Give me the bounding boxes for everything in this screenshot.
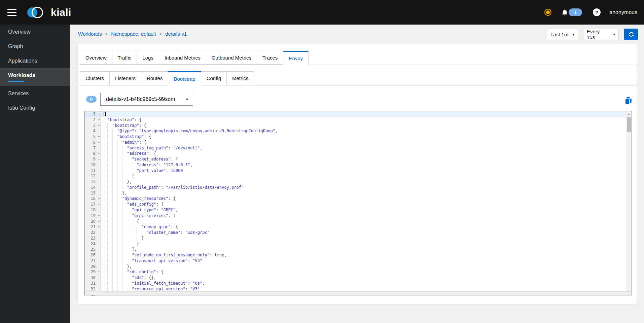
sidebar-item-applications[interactable]: Applications: [0, 53, 70, 68]
code-line[interactable]: "profile_path": "/var/lib/istio/data/env…: [101, 185, 626, 190]
code-line[interactable]: "bootstrap": {: [101, 123, 626, 129]
code-line[interactable]: "resource_api_version": "V3": [101, 286, 626, 291]
fold-caret-icon[interactable]: ▾: [98, 196, 100, 202]
fold-caret-icon[interactable]: ▾: [98, 224, 100, 230]
line-number: 20▾: [85, 219, 101, 224]
vertical-scrollbar-thumb[interactable]: [627, 117, 631, 132]
notification-count-badge: 1: [569, 8, 582, 16]
tab-overview[interactable]: Overview: [80, 51, 112, 65]
breadcrumb-link-namespace-default[interactable]: Namespace: default: [111, 31, 156, 37]
workload-tabs: OverviewTrafficLogsInbound MetricsOutbou…: [78, 51, 637, 65]
fold-caret-icon[interactable]: ▾: [98, 117, 100, 123]
copy-button[interactable]: [623, 96, 633, 105]
fold-caret-icon[interactable]: ▾: [98, 123, 100, 129]
fold-caret-icon[interactable]: ▾: [98, 213, 100, 219]
fold-caret-icon[interactable]: ▾: [98, 202, 100, 207]
fold-caret-icon[interactable]: ▾: [98, 151, 100, 156]
code-line[interactable]: "dynamic_resources": {: [101, 196, 626, 202]
code-line[interactable]: }: [101, 241, 626, 247]
code-line[interactable]: "initial_fetch_timeout": "0s",: [101, 281, 626, 286]
chevron-down-icon: ▾: [572, 32, 574, 37]
fold-caret-icon[interactable]: ▾: [98, 269, 100, 275]
fold-caret-icon[interactable]: ▾: [98, 134, 100, 140]
code-line[interactable]: "@type": "type.googleapis.com/envoy.admi…: [101, 128, 626, 134]
horizontal-scrollbar[interactable]: [85, 291, 632, 295]
breadcrumb-link-workloads[interactable]: Workloads: [78, 31, 102, 37]
code-line[interactable]: },: [101, 190, 626, 196]
code-line[interactable]: }: [101, 236, 626, 241]
line-number: 31: [85, 281, 101, 286]
code-line[interactable]: "transport_api_version": "V3": [101, 258, 626, 264]
code-line[interactable]: "address": "127.0.0.1",: [101, 162, 626, 168]
user-menu[interactable]: anonymous: [609, 9, 637, 15]
subtab-bootstrap[interactable]: Bootstrap: [168, 71, 201, 85]
subtab-config[interactable]: Config: [201, 71, 227, 85]
code-line[interactable]: "cds_config": {: [101, 269, 626, 275]
refresh-button[interactable]: [624, 29, 638, 40]
line-number: 18: [85, 207, 101, 213]
code-line[interactable]: {: [101, 111, 626, 117]
code-line[interactable]: "grpc_services": [: [101, 213, 626, 219]
tab-inbound-metrics[interactable]: Inbound Metrics: [159, 51, 206, 65]
scroll-up-icon[interactable]: ▲: [626, 111, 632, 117]
sidebar-item-graph[interactable]: Graph: [0, 39, 70, 53]
fold-caret-icon[interactable]: ▾: [98, 156, 100, 162]
code-line[interactable]: "access_log_path": "/dev/null",: [101, 145, 626, 151]
pod-dropdown[interactable]: details-v1-b48c969c5-99sdm ▾: [100, 93, 193, 106]
tab-label: Envoy: [289, 56, 303, 61]
code-line[interactable]: },: [101, 264, 626, 270]
kiali-logo[interactable]: kiali: [26, 5, 71, 20]
code-line[interactable]: "port_value": 15000: [101, 168, 626, 174]
code-line[interactable]: {: [101, 219, 626, 224]
line-number: 1▾: [85, 111, 101, 117]
refresh-interval-value: Every 15s: [587, 29, 609, 40]
code-line[interactable]: "bootstrap": {: [101, 134, 626, 140]
help-icon[interactable]: ?: [593, 8, 601, 16]
code-line[interactable]: },: [101, 179, 626, 185]
tab-logs[interactable]: Logs: [137, 51, 159, 65]
tab-envoy[interactable]: Envoy: [283, 51, 309, 65]
breadcrumb-link-details-v1[interactable]: details-v1: [165, 31, 187, 37]
subtab-metrics[interactable]: Metrics: [226, 71, 254, 85]
fold-caret-icon[interactable]: ▾: [98, 219, 100, 224]
notifications-button[interactable]: 1: [562, 8, 582, 16]
subtab-listeners[interactable]: Listeners: [109, 71, 141, 85]
code-line[interactable]: "api_type": "GRPC",: [101, 207, 626, 213]
code-line[interactable]: ],: [101, 247, 626, 252]
vertical-scrollbar[interactable]: ▲: [626, 111, 632, 291]
mesh-status-icon[interactable]: [544, 9, 551, 16]
tab-traffic[interactable]: Traffic: [112, 51, 137, 65]
tab-outbound-metrics[interactable]: Outbound Metrics: [206, 51, 257, 65]
bootstrap-config-editor[interactable]: 1▾2▾3▾45▾6▾78▾9▾10111213141516▾17▾1819▾2…: [84, 111, 632, 295]
fold-caret-icon[interactable]: ▾: [98, 111, 100, 117]
fold-caret-icon[interactable]: ▾: [98, 140, 100, 145]
line-number: 12: [85, 173, 101, 179]
line-number: 10: [85, 162, 101, 168]
code-line[interactable]: "bootstrap": {: [101, 117, 626, 123]
line-number: 32: [85, 286, 101, 292]
code-line[interactable]: "socket_address": {: [101, 156, 626, 162]
code-line[interactable]: "admin": {: [101, 140, 626, 145]
code-line[interactable]: "ads": {},: [101, 275, 626, 281]
sidebar-item-overview[interactable]: Overview: [0, 25, 70, 39]
code-line[interactable]: "set_node_on_first_message_only": true,: [101, 252, 626, 258]
code-line[interactable]: "ads_config": {: [101, 202, 626, 207]
code-line[interactable]: "address": {: [101, 151, 626, 156]
sidebar-item-workloads[interactable]: Workloads: [0, 68, 70, 86]
breadcrumb-separator-icon: >: [105, 31, 108, 36]
sidebar-item-istio-config[interactable]: Istio Config: [0, 101, 70, 115]
code-line[interactable]: "cluster_name": "xds-grpc": [101, 230, 626, 236]
tab-traces[interactable]: Traces: [257, 51, 283, 65]
sidebar-item-services[interactable]: Services: [0, 86, 70, 101]
breadcrumb-separator-icon: >: [159, 31, 162, 36]
line-number: 17▾: [85, 202, 101, 207]
duration-dropdown[interactable]: Last 1m ▾: [547, 29, 578, 40]
subtab-routes[interactable]: Routes: [141, 71, 169, 85]
refresh-interval-dropdown[interactable]: Every 15s ▾: [583, 29, 619, 40]
line-number: 19▾: [85, 213, 101, 219]
subtab-clusters[interactable]: Clusters: [80, 71, 110, 85]
nav-toggle-icon[interactable]: [7, 9, 16, 16]
code-line[interactable]: "envoy_grpc": {: [101, 224, 626, 230]
line-number: 29▾: [85, 269, 101, 275]
code-line[interactable]: }: [101, 173, 626, 179]
